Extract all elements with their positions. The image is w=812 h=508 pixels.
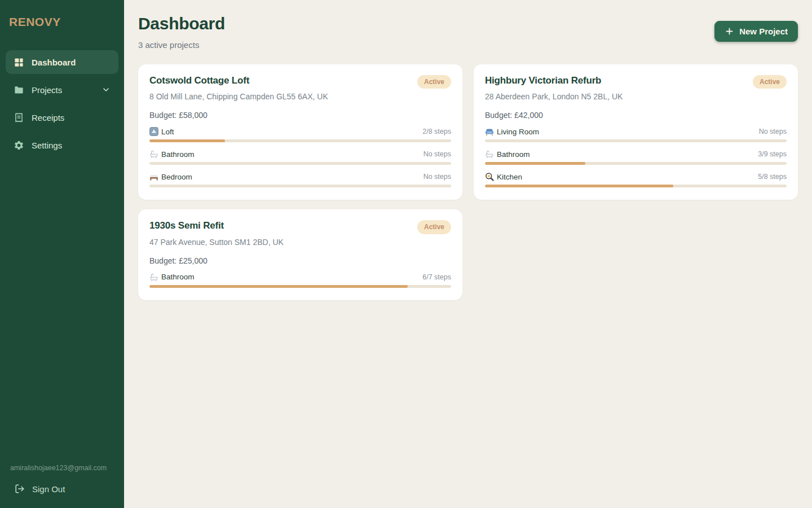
sidebar-item-settings[interactable]: Settings [6, 133, 118, 157]
project-address: 28 Aberdeen Park, London N5 2BL, UK [485, 92, 787, 101]
user-email: amiralishojaee123@gmail.com [9, 464, 115, 472]
room-steps: 5/8 steps [758, 173, 787, 181]
projects-grid: Cotswold Cottage Loft Active 8 Old Mill … [138, 64, 798, 300]
chevron-down-icon [102, 85, 111, 94]
progress-fill [485, 185, 673, 187]
logout-icon [15, 484, 25, 494]
room-header: Loft 2/8 steps [149, 127, 451, 136]
project-budget: Budget: £42,000 [485, 111, 787, 120]
card-header: 1930s Semi Refit Active [149, 220, 451, 234]
progress-fill [149, 285, 408, 288]
bed-icon [149, 172, 158, 181]
page-title: Dashboard [138, 14, 225, 33]
room-header: Kitchen 5/8 steps [485, 172, 787, 181]
gear-icon [14, 140, 24, 151]
room-header: Bedroom No steps [149, 172, 451, 181]
sidebar-item-label: Dashboard [32, 58, 76, 67]
app-root: RENOVY Dashboard Projects Receipts Setti… [0, 0, 812, 508]
room-name: Bathroom [497, 150, 530, 159]
sidebar-footer: amiralishojaee123@gmail.com Sign Out [0, 464, 124, 508]
receipt-icon [14, 112, 24, 123]
room-header: Bathroom 3/9 steps [485, 150, 787, 159]
room-row: Bathroom 3/9 steps [485, 150, 787, 165]
progress-bar [149, 285, 451, 288]
folder-icon [14, 85, 24, 95]
room-header: Bathroom No steps [149, 150, 451, 159]
bathtub-icon [149, 150, 158, 159]
progress-bar [149, 139, 451, 142]
room-header: Bathroom 6/7 steps [149, 273, 451, 282]
room-name: Bathroom [161, 150, 195, 159]
project-budget: Budget: £25,000 [149, 256, 451, 265]
sidebar: RENOVY Dashboard Projects Receipts Setti… [0, 0, 124, 508]
progress-bar [485, 139, 787, 142]
room-name: Kitchen [497, 173, 522, 181]
dashboard-icon [14, 57, 24, 68]
project-title: Highbury Victorian Refurb [485, 75, 601, 86]
app-logo: RENOVY [0, 0, 124, 29]
sign-out-button[interactable]: Sign Out [9, 479, 115, 499]
sidebar-item-receipts[interactable]: Receipts [6, 106, 118, 129]
room-row: Kitchen 5/8 steps [485, 172, 787, 187]
project-card[interactable]: Cotswold Cottage Loft Active 8 Old Mill … [138, 64, 462, 200]
room-label: Kitchen [485, 172, 522, 181]
frying-pan-icon [485, 172, 494, 181]
up-button-icon [149, 127, 158, 136]
room-name: Living Room [497, 128, 539, 136]
card-header: Highbury Victorian Refurb Active [485, 75, 787, 89]
room-label: Bathroom [149, 150, 195, 159]
room-label: Bathroom [149, 273, 195, 282]
page-subtitle: 3 active projects [138, 40, 225, 50]
room-label: Loft [149, 127, 174, 136]
plus-icon [725, 27, 734, 36]
progress-bar [149, 185, 451, 187]
page-header: Dashboard 3 active projects New Project [138, 14, 798, 50]
room-steps: No steps [423, 173, 451, 181]
new-project-button[interactable]: New Project [714, 21, 798, 42]
room-steps: 6/7 steps [422, 273, 451, 281]
room-label: Living Room [485, 127, 539, 136]
room-steps: No steps [759, 128, 787, 135]
bathtub-icon [485, 150, 494, 159]
status-badge: Active [417, 75, 451, 89]
progress-bar [485, 185, 787, 187]
sidebar-item-dashboard[interactable]: Dashboard [6, 50, 118, 74]
sidebar-nav: Dashboard Projects Receipts Settings [0, 50, 124, 161]
project-budget: Budget: £58,000 [149, 111, 451, 120]
room-label: Bedroom [149, 172, 192, 181]
room-steps: No steps [423, 150, 451, 158]
sidebar-item-label: Settings [32, 141, 62, 150]
project-title: Cotswold Cottage Loft [149, 75, 249, 86]
project-card[interactable]: 1930s Semi Refit Active 47 Park Avenue, … [138, 209, 462, 300]
new-project-label: New Project [739, 27, 788, 36]
room-name: Loft [161, 128, 174, 136]
room-row: Bedroom No steps [149, 172, 451, 187]
progress-bar [149, 162, 451, 165]
sign-out-label: Sign Out [32, 484, 65, 494]
room-name: Bedroom [161, 173, 192, 181]
couch-icon [485, 127, 494, 136]
project-address: 8 Old Mill Lane, Chipping Campden GL55 6… [149, 92, 451, 101]
page-title-block: Dashboard 3 active projects [138, 14, 225, 50]
project-address: 47 Park Avenue, Sutton SM1 2BD, UK [149, 238, 451, 247]
room-row: Bathroom No steps [149, 150, 451, 165]
room-steps: 3/9 steps [758, 150, 787, 158]
project-card[interactable]: Highbury Victorian Refurb Active 28 Aber… [474, 64, 798, 200]
room-list: Loft 2/8 steps Bathroom No steps Bedroom… [149, 127, 451, 187]
bathtub-icon [149, 273, 158, 282]
progress-fill [485, 162, 585, 165]
room-row: Loft 2/8 steps [149, 127, 451, 142]
sidebar-item-projects[interactable]: Projects [6, 78, 118, 102]
room-row: Living Room No steps [485, 127, 787, 142]
status-badge: Active [753, 75, 787, 89]
project-title: 1930s Semi Refit [149, 220, 224, 231]
card-header: Cotswold Cottage Loft Active [149, 75, 451, 89]
progress-bar [485, 162, 787, 165]
main-content: Dashboard 3 active projects New Project … [124, 0, 812, 508]
room-label: Bathroom [485, 150, 530, 159]
room-header: Living Room No steps [485, 127, 787, 136]
sidebar-item-label: Receipts [32, 113, 64, 122]
room-list: Living Room No steps Bathroom 3/9 steps … [485, 127, 787, 187]
room-row: Bathroom 6/7 steps [149, 273, 451, 288]
progress-fill [149, 139, 225, 142]
